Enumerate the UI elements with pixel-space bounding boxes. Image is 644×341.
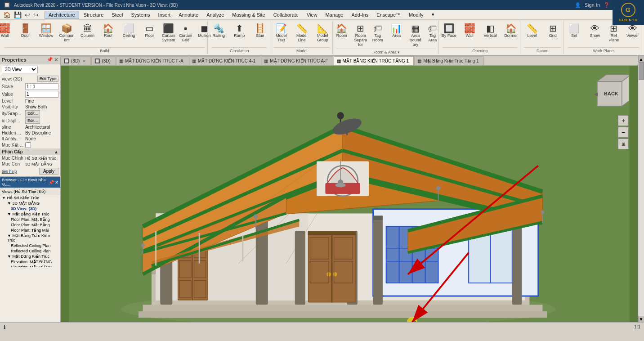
scale-input[interactable] <box>25 83 58 90</box>
viewport[interactable]: BACK ◄ + − ⊞ <box>61 66 638 322</box>
menu-item-insert[interactable]: Insert <box>155 11 174 18</box>
panel-close-btn[interactable]: ✕ <box>54 57 58 63</box>
right-scrollbar[interactable]: ▲ ▼ <box>638 56 644 322</box>
door-button[interactable]: 🚪 Door <box>16 22 36 40</box>
qa-btn-1[interactable]: 🏠 <box>2 11 12 19</box>
tree-floor-plan-mai[interactable]: Floor Plan: Tầng Mái <box>0 228 60 233</box>
level-button[interactable]: 📏 Level <box>522 22 542 40</box>
ramp-button[interactable]: ⬆ Ramp <box>229 22 249 40</box>
menu-item-annotate[interactable]: Annotate <box>175 11 202 18</box>
floor-button[interactable]: ▭ Floor <box>140 22 160 40</box>
help-icon[interactable]: ❓ <box>604 2 610 8</box>
roof-button[interactable]: 🏠 Roof <box>98 22 118 40</box>
nav-cube[interactable]: BACK ◄ <box>590 70 629 111</box>
menu-item-collaborate[interactable]: Collaborate <box>270 11 302 18</box>
wall-button[interactable]: 🧱 Wall <box>0 22 15 40</box>
tab-mat-bang-kien-truc-1[interactable]: ▦ Mặt Bằng Kiến Trúc Tầng 1 <box>414 56 483 65</box>
browser-close[interactable]: ✕ <box>55 180 58 185</box>
view-type-select[interactable]: 3D View <box>2 66 38 73</box>
stair-button[interactable]: 🪜 Stair <box>250 22 270 40</box>
menu-item-analyze[interactable]: Analyze <box>203 11 228 18</box>
model-group-button[interactable]: 📐 Model Group <box>313 22 332 44</box>
display-edit-btn[interactable]: Edit... <box>25 117 40 124</box>
tag-area-button[interactable]: 🏷 Tag Area <box>425 22 441 44</box>
scroll-track[interactable] <box>639 62 644 316</box>
curtain-grid-button[interactable]: ▪ Curtain Grid <box>178 22 194 44</box>
qa-btn-4[interactable]: ↪ <box>32 11 40 19</box>
scroll-thumb[interactable] <box>639 62 644 80</box>
grid-button[interactable]: ⊞ Grid <box>543 22 563 40</box>
tree-3d-view-active[interactable]: 3D View: (3D) <box>0 206 60 211</box>
zoom-out-button[interactable]: − <box>618 127 629 138</box>
menu-item-enscape[interactable]: Enscape™ <box>373 11 404 18</box>
qa-btn-2[interactable]: 💾 <box>13 11 23 19</box>
area-button[interactable]: 📊 Area <box>387 22 407 40</box>
model-line-button[interactable]: 📏 Model Line <box>292 22 312 44</box>
room-button[interactable]: 🏠 Room <box>332 22 352 40</box>
model-text-button[interactable]: 📝 Model Text <box>271 22 291 44</box>
menu-item-massing[interactable]: Massing & Site <box>228 11 268 18</box>
tree-mat-dung[interactable]: ▼ Mặt Đứng Kiến Trúc <box>0 254 60 259</box>
set-button[interactable]: ⬜ Set <box>564 22 584 40</box>
zoom-fit-button[interactable]: ⊞ <box>618 139 629 149</box>
tree-mat-bang-kien-truc[interactable]: ▼ Mặt Bằng Kiến Trúc <box>0 211 60 217</box>
show-button[interactable]: 👁 Show <box>585 22 605 40</box>
tab-mat-dung-af[interactable]: ▦ MẶT ĐỨNG KIẾN TRÚC A-F <box>261 56 333 65</box>
tree-ho-so[interactable]: ▼ Hồ Sơ Kiến Trúc <box>0 195 60 201</box>
component-button[interactable]: 📦 Component <box>57 22 77 44</box>
scroll-up-arrow[interactable]: ▲ <box>638 56 644 62</box>
tree-floor-plan-1[interactable]: Floor Plan: Mặt Bằng <box>0 217 60 222</box>
tree-elevation-2[interactable]: Elevation: MẶT ĐỨNG <box>0 265 60 267</box>
dormer-button[interactable]: 🏠 Dormer <box>501 22 521 40</box>
viewer-button[interactable]: 👁 Viewer <box>623 22 643 40</box>
scroll-down-arrow[interactable]: ▼ <box>638 316 644 322</box>
menu-item-manage[interactable]: Manage <box>322 11 347 18</box>
tab-mat-dung-41[interactable]: ▦ MẶT ĐỨNG KIẾN TRÚC 4-1 <box>189 56 260 65</box>
tree-reflected-2[interactable]: Reflected Ceiling Plan <box>0 248 60 254</box>
menu-item-systems[interactable]: Systems <box>127 11 153 18</box>
phan-cap-expand[interactable]: ▲ <box>54 149 58 154</box>
curtain-system-button[interactable]: ⬛ Curtain System <box>161 22 177 44</box>
apply-button[interactable]: Apply <box>39 168 58 175</box>
tree-elevation-1[interactable]: Elevation: MẶT ĐỨNG <box>0 259 60 265</box>
tree-floor-plan-2[interactable]: Floor Plan: Mặt Bằng <box>0 222 60 228</box>
viewport-area: 🔲 (3D) ✕ 🔲 (3D) ▦ MẶT ĐỨNG KIẾN TRÚC F-A… <box>61 56 638 322</box>
menu-item-addins[interactable]: Add-Ins <box>348 11 372 18</box>
tree-3d-mat-bang[interactable]: ▼ 3D MẶT BẰNG <box>0 201 60 206</box>
opening-wall-button[interactable]: 🧱 Wall <box>460 22 479 40</box>
ceiling-button[interactable]: ⬜ Ceiling <box>119 22 139 40</box>
menu-item-steel[interactable]: Steel <box>108 11 126 18</box>
menu-item-structure[interactable]: Structure <box>80 11 107 18</box>
quick-access-toolbar: 🏠 💾 ↩ ↪ <box>2 11 40 19</box>
zoom-in-button[interactable]: + <box>618 115 629 126</box>
tab-mat-dung-fa[interactable]: ▦ MẶT ĐỨNG KIẾN TRÚC F-A <box>116 56 188 65</box>
menu-item-view[interactable]: View <box>303 11 321 18</box>
browser-pin[interactable]: 📌 <box>49 180 54 185</box>
menu-item-architecture[interactable]: Architecture <box>45 11 79 19</box>
tab-3d-1-close[interactable]: ✕ <box>82 59 86 63</box>
menu-item-expand[interactable]: ▾ <box>428 11 438 18</box>
value-input[interactable] <box>25 91 58 98</box>
graphic-edit-btn[interactable]: Edit... <box>25 110 40 117</box>
muc-ket-checkbox[interactable] <box>25 142 31 148</box>
properties-help-link[interactable]: ties help <box>2 169 17 174</box>
railing-button[interactable]: 🔩 Railing <box>209 22 228 40</box>
panel-pin[interactable]: 📌 <box>47 57 53 63</box>
vertical-button[interactable]: ◧ Vertical <box>480 22 500 40</box>
menu-item-modify[interactable]: Modify <box>405 11 427 18</box>
column-button[interactable]: 🏛 Column <box>78 22 98 40</box>
qa-btn-3[interactable]: ↩ <box>23 11 31 19</box>
tag-room-button[interactable]: 🏷 Tag Room <box>370 22 386 44</box>
area-boundary-button[interactable]: ▦ Area Boundary <box>407 22 424 49</box>
tab-3d-2[interactable]: 🔲 (3D) <box>91 56 115 65</box>
signin-link[interactable]: Sign In <box>585 2 600 8</box>
by-face-button[interactable]: 🔲 By Face <box>439 22 459 40</box>
tab-mat-bang-tang1-active[interactable]: ▦ MẶT BẰNG KIẾN TRÚC TẦNG 1 <box>334 56 414 65</box>
tree-mat-bang-tran[interactable]: ▼ Mặt Bằng Trần Kiến Trúc <box>0 233 60 243</box>
tab-3d-1[interactable]: 🔲 (3D) ✕ <box>61 56 91 65</box>
ref-plane-button[interactable]: ⊞ Ref Plane <box>606 22 622 44</box>
room-separator-button[interactable]: ⊞ Room Separator <box>353 22 369 49</box>
tree-reflected-1[interactable]: Reflected Ceiling Plan <box>0 243 60 248</box>
edit-type-button[interactable]: Edit Type <box>37 76 58 82</box>
window-button[interactable]: 🪟 Window <box>36 22 56 40</box>
